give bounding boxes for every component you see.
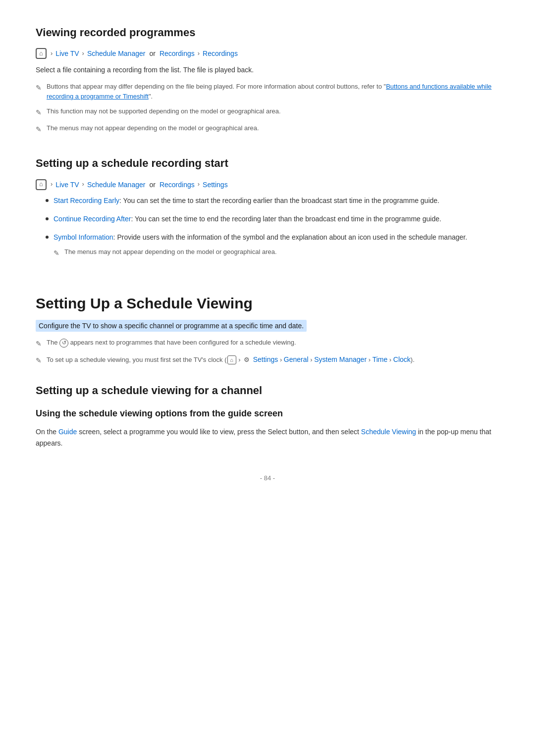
- pencil-icon-2: ✎: [36, 107, 42, 118]
- section-title-viewing-channel: Setting up a schedule viewing for a chan…: [36, 382, 499, 399]
- nested-note-item: ✎ The menus may not appear depending on …: [54, 247, 467, 259]
- note-text-clock: The ↺ appears next to programmes that ha…: [47, 338, 296, 348]
- pencil-icon-s3-2: ✎: [36, 355, 42, 366]
- note-text-clock-setup: To set up a schedule viewing, you must f…: [47, 354, 415, 365]
- link-system-manager[interactable]: System Manager: [314, 355, 367, 363]
- bullet-content-1: Start Recording Early: You can set the t…: [54, 195, 439, 206]
- inline-gear-icon: ⚙: [242, 355, 251, 364]
- breadcrumb-s2-schedulemanager[interactable]: Schedule Manager: [87, 179, 146, 190]
- note-text-2: This function may not be supported depen…: [47, 106, 281, 116]
- nested-note-symbol: ✎ The menus may not appear depending on …: [54, 247, 467, 259]
- section-title-schedule-viewing: Setting Up a Schedule Viewing: [36, 292, 499, 315]
- page-footer: - 84 -: [36, 473, 499, 484]
- bullet-dot-2: [46, 217, 49, 220]
- inline-home-icon: ⌂: [227, 355, 236, 364]
- bullet-term-continue-recording: Continue Recording After: [54, 215, 131, 223]
- link-time[interactable]: Time: [373, 355, 388, 363]
- highlight-text: Configure the TV to show a specific chan…: [36, 320, 499, 332]
- notes-list-viewing: ✎ Buttons that appear may differ dependi…: [36, 82, 499, 135]
- guide-screen-text: On the Guide screen, select a programme …: [36, 426, 499, 449]
- section-schedule-viewing-channel: Setting up a schedule viewing for a chan…: [36, 382, 499, 449]
- breadcrumb-s2-livetv[interactable]: Live TV: [55, 179, 79, 190]
- note-item-1: ✎ Buttons that appear may differ dependi…: [36, 82, 499, 101]
- section-title-viewing: Viewing recorded programmes: [36, 24, 499, 41]
- highlight-bar: Configure the TV to show a specific chan…: [36, 320, 307, 332]
- note-item-3: ✎ The menus may not appear depending on …: [36, 123, 499, 135]
- page-number: - 84 -: [260, 474, 275, 482]
- bullet-item-symbol-info: Symbol Information: Provide users with t…: [46, 232, 499, 264]
- link-guide[interactable]: Guide: [58, 428, 77, 436]
- subsection-title-guide-screen: Using the schedule viewing options from …: [36, 406, 499, 421]
- home-icon: ⌂: [36, 48, 47, 59]
- bullet-item-continue-recording: Continue Recording After: You can set th…: [46, 213, 499, 225]
- bullet-content-3: Symbol Information: Provide users with t…: [54, 232, 467, 264]
- breadcrumb-schedule-recording: ⌂ › Live TV › Schedule Manager or Record…: [36, 179, 499, 190]
- note-link-buttons[interactable]: Buttons and functions available while re…: [47, 83, 491, 100]
- bullet-term-symbol-info: Symbol Information: [54, 233, 113, 241]
- breadcrumb-s2-or: or: [149, 179, 155, 190]
- breadcrumb-s2-recordings[interactable]: Recordings: [160, 179, 195, 190]
- bullet-text-continue-recording: : You can set the time to end the record…: [131, 215, 441, 223]
- breadcrumb-link-schedulemanager[interactable]: Schedule Manager: [87, 48, 146, 59]
- chevron-s2-3: ›: [198, 179, 200, 190]
- breadcrumb-link-recordings1[interactable]: Recordings: [160, 48, 195, 59]
- notes-list-schedule-viewing: ✎ The ↺ appears next to programmes that …: [36, 338, 499, 366]
- bullet-dot-3: [46, 236, 49, 239]
- link-clock[interactable]: Clock: [393, 355, 411, 363]
- chevron-icon-3: ›: [198, 49, 200, 59]
- note-item-clock-setup: ✎ To set up a schedule viewing, you must…: [36, 354, 499, 366]
- breadcrumb-viewing: ⌂ › Live TV › Schedule Manager or Record…: [36, 48, 499, 59]
- section-schedule-viewing: Setting Up a Schedule Viewing Configure …: [36, 280, 499, 366]
- breadcrumb-link-livetv[interactable]: Live TV: [55, 48, 79, 59]
- link-settings[interactable]: Settings: [253, 355, 278, 363]
- chevron-s2-1: ›: [51, 179, 53, 190]
- bullet-text-start-recording: : You can set the time to start the reco…: [119, 197, 439, 204]
- section-title-schedule-recording: Setting up a schedule recording start: [36, 154, 499, 172]
- clock-symbol: ↺: [59, 339, 68, 348]
- bullet-item-start-recording: Start Recording Early: You can set the t…: [46, 195, 499, 206]
- chevron-icon-2: ›: [82, 49, 84, 59]
- note-item-clock-icon: ✎ The ↺ appears next to programmes that …: [36, 338, 499, 350]
- nested-note-text: The menus may not appear depending on th…: [64, 247, 277, 257]
- home-icon-2: ⌂: [36, 179, 47, 190]
- bullet-term-start-recording: Start Recording Early: [54, 197, 119, 204]
- pencil-icon-nested: ✎: [54, 248, 59, 259]
- pencil-icon-3: ✎: [36, 124, 42, 135]
- link-general[interactable]: General: [284, 355, 309, 363]
- link-schedule-viewing[interactable]: Schedule Viewing: [361, 428, 416, 436]
- bullet-content-2: Continue Recording After: You can set th…: [54, 213, 441, 225]
- pencil-icon-1: ✎: [36, 83, 42, 94]
- section-schedule-recording: Setting up a schedule recording start ⌂ …: [36, 151, 499, 264]
- breadcrumb-s2-settings[interactable]: Settings: [203, 179, 228, 190]
- note-text-3: The menus may not appear depending on th…: [47, 123, 259, 133]
- chevron-s2-2: ›: [82, 179, 84, 190]
- note-text-1: Buttons that appear may differ depending…: [47, 82, 499, 101]
- bullet-list-schedule-recording: Start Recording Early: You can set the t…: [46, 195, 499, 264]
- bullet-dot-1: [46, 199, 49, 202]
- intro-text-viewing: Select a file containing a recording fro…: [36, 64, 499, 76]
- note-item-2: ✎ This function may not be supported dep…: [36, 106, 499, 118]
- chevron-icon-1: ›: [51, 49, 53, 59]
- bullet-text-symbol-info: : Provide users with the information of …: [113, 233, 467, 241]
- section-viewing-recorded: Viewing recorded programmes ⌂ › Live TV …: [36, 24, 499, 135]
- breadcrumb-or-1: or: [149, 48, 155, 59]
- breadcrumb-link-recordings2[interactable]: Recordings: [203, 48, 238, 59]
- pencil-icon-s3-1: ✎: [36, 339, 42, 350]
